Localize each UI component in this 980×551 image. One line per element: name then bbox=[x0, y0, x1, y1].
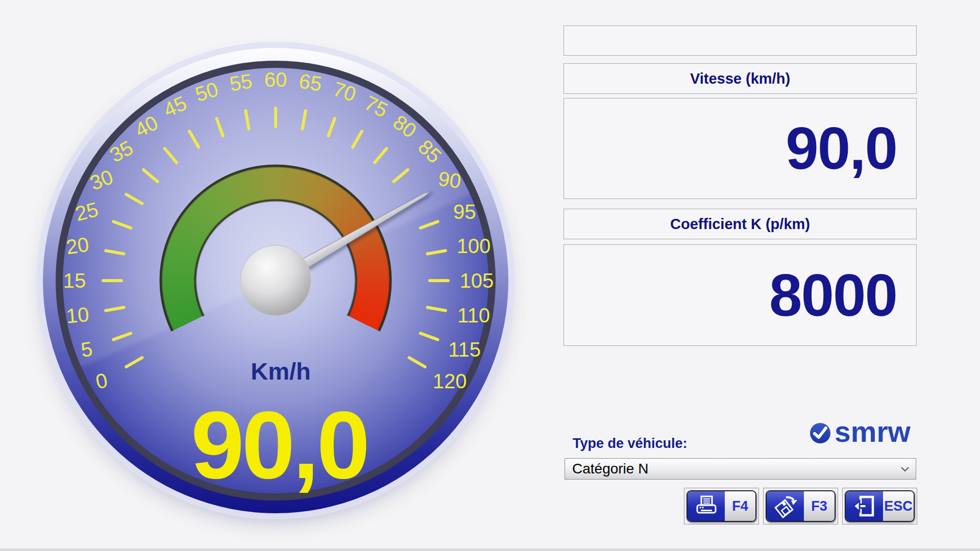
save-rotate-button[interactable]: F3 bbox=[766, 490, 836, 522]
print-button-frame: F4 bbox=[684, 488, 759, 524]
check-circle-icon bbox=[810, 422, 831, 444]
app-window: 0510152025303540455055606570758085909510… bbox=[0, 0, 980, 551]
vehicle-type-label: Type de véhicule: bbox=[573, 436, 688, 452]
coefficient-value-field: 8000 bbox=[564, 244, 917, 346]
exit-icon bbox=[846, 491, 883, 521]
print-key-label: F4 bbox=[725, 491, 755, 521]
save-rotate-button-frame: F3 bbox=[763, 488, 838, 524]
speed-header: Vitesse (km/h) bbox=[564, 63, 917, 94]
vehicle-type-select[interactable]: Catégorie N bbox=[565, 458, 916, 480]
smrw-logo: smrw bbox=[810, 419, 918, 446]
top-empty-field[interactable] bbox=[564, 26, 917, 56]
gauge-value-readout: 90,0 bbox=[95, 390, 463, 500]
gauge-units-label: Km/h bbox=[219, 357, 342, 385]
exit-key-label: ESC bbox=[883, 491, 914, 521]
save-rotate-key-label: F3 bbox=[804, 491, 835, 521]
printer-icon bbox=[688, 491, 725, 521]
logo-text: smrw bbox=[835, 417, 911, 446]
action-buttons-row: F4 F3 bbox=[684, 488, 917, 524]
window-bottom-edge bbox=[0, 548, 980, 551]
vehicle-type-selected: Catégorie N bbox=[572, 461, 648, 477]
print-button[interactable]: F4 bbox=[687, 490, 756, 522]
speed-value-field: 90,0 bbox=[564, 98, 917, 199]
exit-button[interactable]: ESC bbox=[845, 490, 915, 522]
speed-gauge: 0510152025303540455055606570758085909510… bbox=[0, 0, 551, 551]
chevron-down-icon bbox=[900, 466, 910, 472]
exit-button-frame: ESC bbox=[842, 488, 917, 524]
diskette-rotate-icon bbox=[767, 491, 804, 521]
needle-hub bbox=[240, 245, 311, 316]
coefficient-header: Coefficient K (p/km) bbox=[564, 209, 917, 239]
